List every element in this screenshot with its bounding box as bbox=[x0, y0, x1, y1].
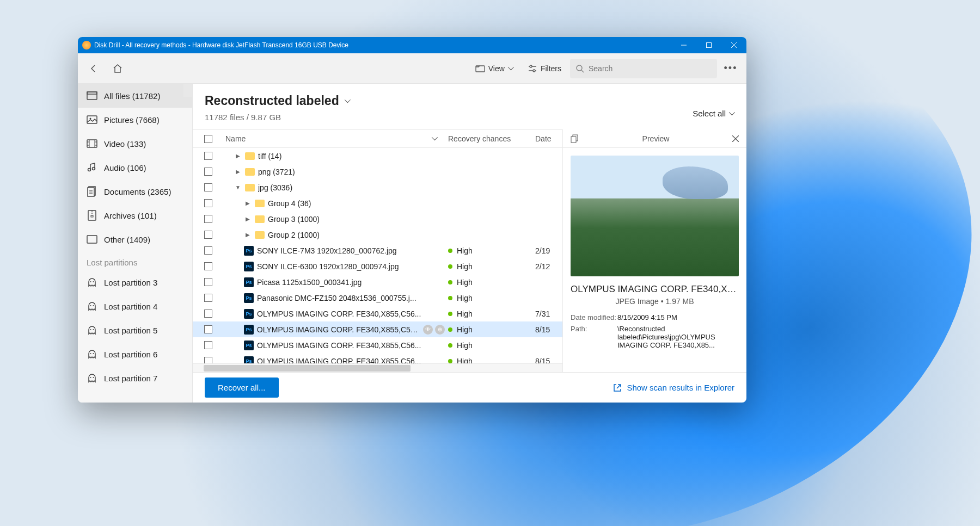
sidebar-scrollbar[interactable] bbox=[183, 84, 192, 97]
close-button[interactable] bbox=[721, 37, 746, 53]
pictures-icon bbox=[87, 114, 97, 125]
sidebar-item-lost-partition[interactable]: Lost partition 4 bbox=[78, 294, 192, 318]
folder-row[interactable]: ▶png (3721) bbox=[193, 164, 562, 180]
file-row[interactable]: PsPicasa 1125x1500_000341.jpg High bbox=[193, 274, 562, 290]
tree-caret[interactable]: ▶ bbox=[234, 169, 242, 175]
svg-rect-11 bbox=[87, 92, 97, 100]
sidebar-item-audio[interactable]: Audio (106) bbox=[78, 156, 192, 180]
ps-file-icon: Ps bbox=[244, 325, 254, 335]
path-value: \Reconstructed labeled\Pictures\jpg\OLYM… bbox=[617, 325, 739, 349]
search-box[interactable] bbox=[570, 59, 717, 78]
sidebar-item-lost-partition[interactable]: Lost partition 6 bbox=[78, 342, 192, 366]
svg-rect-15 bbox=[87, 140, 97, 147]
overflow-menu[interactable]: ••• bbox=[720, 58, 741, 79]
file-row[interactable]: PsPanasonic DMC-FZ150 2048x1536_000755.j… bbox=[193, 290, 562, 306]
row-checkbox[interactable] bbox=[204, 215, 212, 223]
svg-rect-1 bbox=[707, 43, 712, 48]
column-date[interactable]: Date bbox=[535, 134, 562, 143]
recovery-label: High bbox=[457, 294, 473, 302]
filters-button[interactable]: Filters bbox=[522, 61, 567, 76]
row-checkbox[interactable] bbox=[204, 199, 212, 207]
file-row[interactable]: PsOLYMPUS IMAGING CORP. FE340,X855,C56..… bbox=[193, 306, 562, 321]
preview-meta: JPEG Image • 1.97 MB bbox=[563, 297, 746, 306]
tree-caret[interactable]: ▶ bbox=[244, 232, 252, 238]
column-name[interactable]: Name bbox=[223, 134, 448, 143]
row-checkbox[interactable] bbox=[204, 231, 212, 239]
search-input[interactable] bbox=[589, 64, 712, 73]
view-dropdown[interactable]: View bbox=[470, 61, 519, 76]
row-checkbox[interactable] bbox=[204, 262, 212, 270]
show-in-explorer-link[interactable]: Show scan results in Explorer bbox=[612, 383, 734, 393]
select-all-label: Select all bbox=[693, 109, 726, 118]
file-name: OLYMPUS IMAGING CORP. FE340,X855,C56... bbox=[257, 325, 420, 334]
svg-line-24 bbox=[90, 163, 95, 164]
tree-caret[interactable]: ▶ bbox=[244, 200, 252, 206]
file-date: 7/31 bbox=[535, 310, 562, 318]
file-date: 2/12 bbox=[535, 262, 562, 271]
sidebar: All files (11782)Pictures (7668)Video (1… bbox=[78, 84, 193, 403]
tree-caret[interactable]: ▼ bbox=[234, 184, 242, 190]
close-preview-button[interactable] bbox=[732, 135, 739, 142]
file-row[interactable]: PsOLYMPUS IMAGING CORP. FE340,X855,C56..… bbox=[193, 321, 562, 337]
svg-point-14 bbox=[90, 118, 91, 120]
main-title-dropdown[interactable]: Reconstructed labeled bbox=[205, 94, 693, 108]
home-button[interactable] bbox=[107, 58, 128, 79]
recovery-label: High bbox=[457, 310, 473, 318]
sidebar-item-label: Lost partition 5 bbox=[104, 326, 157, 335]
row-checkbox[interactable] bbox=[204, 294, 212, 302]
archives-icon bbox=[87, 210, 97, 221]
footer: Recover all... Show scan results in Expl… bbox=[193, 372, 746, 403]
minimize-button[interactable] bbox=[671, 37, 696, 53]
row-checkbox[interactable] bbox=[204, 168, 212, 176]
tree-caret[interactable]: ▶ bbox=[244, 216, 252, 222]
select-all-checkbox[interactable] bbox=[204, 135, 212, 143]
copy-icon[interactable] bbox=[571, 134, 579, 143]
folder-row[interactable]: ▶Group 2 (1000) bbox=[193, 227, 562, 243]
file-row[interactable]: PsOLYMPUS IMAGING CORP. FE340,X855,C56..… bbox=[193, 353, 562, 363]
folder-row[interactable]: ▶tiff (14) bbox=[193, 148, 562, 164]
preview-indicators: 👁⊕ bbox=[423, 325, 445, 335]
file-list[interactable]: ▶tiff (14) ▶png (3721) ▼jpg (3036) ▶Grou… bbox=[193, 148, 562, 363]
back-button[interactable] bbox=[83, 58, 104, 79]
file-row[interactable]: PsSONY ILCE-7M3 1920x1280_000762.jpg Hig… bbox=[193, 243, 562, 258]
ps-file-icon: Ps bbox=[244, 356, 254, 364]
folder-row[interactable]: ▶Group 4 (36) bbox=[193, 195, 562, 211]
svg-rect-33 bbox=[87, 236, 97, 243]
file-name: Group 2 (1000) bbox=[268, 231, 320, 239]
file-row[interactable]: PsOLYMPUS IMAGING CORP. FE340,X855,C56..… bbox=[193, 337, 562, 353]
svg-point-36 bbox=[90, 305, 91, 306]
row-checkbox[interactable] bbox=[204, 152, 212, 160]
maximize-button[interactable] bbox=[696, 37, 721, 53]
file-name: Picasa 1125x1500_000341.jpg bbox=[257, 278, 362, 287]
sidebar-item-lost-partition[interactable]: Lost partition 7 bbox=[78, 366, 192, 390]
sidebar-item-documents[interactable]: Documents (2365) bbox=[78, 180, 192, 203]
row-checkbox[interactable] bbox=[204, 325, 212, 333]
row-checkbox[interactable] bbox=[204, 357, 212, 363]
file-name: OLYMPUS IMAGING CORP. FE340,X855,C56... bbox=[257, 341, 421, 350]
row-checkbox[interactable] bbox=[204, 278, 212, 286]
row-checkbox[interactable] bbox=[204, 310, 212, 318]
file-row[interactable]: PsSONY ILCE-6300 1920x1280_000974.jpg Hi… bbox=[193, 258, 562, 274]
select-all-button[interactable]: Select all bbox=[693, 109, 734, 118]
sidebar-item-archives[interactable]: Archives (101) bbox=[78, 203, 192, 227]
main-subtitle: 11782 files / 9.87 GB bbox=[205, 113, 693, 122]
recover-all-button[interactable]: Recover all... bbox=[205, 378, 279, 398]
tree-caret[interactable]: ▶ bbox=[234, 153, 242, 159]
sidebar-item-lost-partition[interactable]: Lost partition 3 bbox=[78, 270, 192, 294]
folder-row[interactable]: ▶Group 3 (1000) bbox=[193, 211, 562, 227]
folder-row[interactable]: ▼jpg (3036) bbox=[193, 180, 562, 195]
sidebar-item-all-files[interactable]: All files (11782) bbox=[78, 84, 192, 108]
sidebar-item-other[interactable]: Other (1409) bbox=[78, 227, 192, 251]
column-recovery[interactable]: Recovery chances bbox=[448, 134, 535, 143]
sidebar-item-video[interactable]: Video (133) bbox=[78, 132, 192, 156]
sidebar-item-pictures[interactable]: Pictures (7668) bbox=[78, 108, 192, 132]
chevron-down-icon bbox=[432, 136, 437, 141]
horizontal-scrollbar[interactable] bbox=[193, 363, 562, 372]
row-checkbox[interactable] bbox=[204, 246, 212, 255]
sidebar-item-lost-partition[interactable]: Lost partition 5 bbox=[78, 318, 192, 342]
ghost-icon bbox=[87, 349, 97, 360]
svg-point-38 bbox=[90, 329, 91, 330]
row-checkbox[interactable] bbox=[204, 183, 212, 191]
row-checkbox[interactable] bbox=[204, 341, 212, 349]
preview-image bbox=[571, 156, 739, 276]
